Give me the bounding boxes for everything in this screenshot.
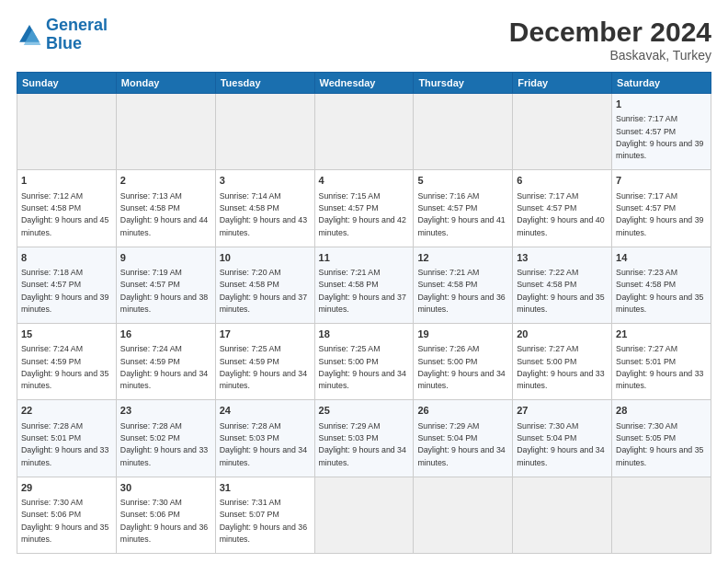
day-number: 13 — [517, 251, 608, 265]
day-info: Sunrise: 7:28 AMSunset: 5:02 PMDaylight:… — [120, 421, 208, 467]
logo-line1: General — [46, 16, 108, 34]
logo-icon — [17, 22, 42, 48]
day-number: 10 — [220, 251, 311, 265]
table-row: 25 Sunrise: 7:29 AMSunset: 5:03 PMDaylig… — [314, 400, 414, 477]
table-row: 24 Sunrise: 7:28 AMSunset: 5:03 PMDaylig… — [215, 400, 314, 477]
day-number: 19 — [417, 327, 508, 341]
table-row — [513, 477, 612, 553]
table-row: 23 Sunrise: 7:28 AMSunset: 5:02 PMDaylig… — [116, 400, 215, 477]
day-info: Sunrise: 7:18 AMSunset: 4:57 PMDaylight:… — [21, 268, 108, 314]
col-tuesday: Tuesday — [215, 73, 314, 94]
day-info: Sunrise: 7:21 AMSunset: 4:58 PMDaylight:… — [417, 268, 505, 314]
day-number: 1 — [21, 174, 112, 188]
day-number: 2 — [120, 174, 211, 188]
day-info: Sunrise: 7:23 AMSunset: 4:58 PMDaylight:… — [616, 268, 703, 314]
table-row: 29 Sunrise: 7:30 AMSunset: 5:06 PMDaylig… — [17, 477, 117, 553]
table-row — [215, 94, 314, 170]
day-info: Sunrise: 7:21 AMSunset: 4:58 PMDaylight:… — [319, 268, 406, 314]
col-friday: Friday — [513, 73, 612, 94]
day-number: 29 — [21, 481, 112, 495]
table-row: 31 Sunrise: 7:31 AMSunset: 5:07 PMDaylig… — [215, 477, 314, 553]
table-row: 22 Sunrise: 7:28 AMSunset: 5:01 PMDaylig… — [17, 400, 117, 477]
table-row: 8 Sunrise: 7:18 AMSunset: 4:57 PMDayligh… — [17, 247, 117, 323]
day-number: 23 — [120, 404, 211, 418]
table-row: 9 Sunrise: 7:19 AMSunset: 4:57 PMDayligh… — [116, 247, 215, 323]
day-number: 21 — [616, 327, 707, 341]
table-row: 10 Sunrise: 7:20 AMSunset: 4:58 PMDaylig… — [215, 247, 314, 323]
day-number: 31 — [220, 481, 311, 495]
calendar-subtitle: Baskavak, Turkey — [509, 48, 711, 63]
day-info: Sunrise: 7:28 AMSunset: 5:01 PMDaylight:… — [21, 421, 108, 467]
table-row: 26 Sunrise: 7:29 AMSunset: 5:04 PMDaylig… — [414, 400, 513, 477]
day-info: Sunrise: 7:25 AMSunset: 4:59 PMDaylight:… — [220, 344, 307, 390]
day-info: Sunrise: 7:17 AMSunset: 4:57 PMDaylight:… — [616, 191, 703, 237]
day-info: Sunrise: 7:15 AMSunset: 4:57 PMDaylight:… — [319, 191, 406, 237]
day-info: Sunrise: 7:13 AMSunset: 4:58 PMDaylight:… — [120, 191, 208, 237]
table-row: 12 Sunrise: 7:21 AMSunset: 4:58 PMDaylig… — [414, 247, 513, 323]
day-number: 25 — [319, 404, 410, 418]
table-row — [414, 477, 513, 553]
day-info: Sunrise: 7:24 AMSunset: 4:59 PMDaylight:… — [120, 344, 208, 390]
day-info: Sunrise: 7:17 AMSunset: 4:57 PMDaylight:… — [616, 114, 703, 160]
table-row: 13 Sunrise: 7:22 AMSunset: 4:58 PMDaylig… — [513, 247, 612, 323]
day-info: Sunrise: 7:25 AMSunset: 5:00 PMDaylight:… — [319, 344, 406, 390]
table-row: 19 Sunrise: 7:26 AMSunset: 5:00 PMDaylig… — [414, 323, 513, 399]
day-info: Sunrise: 7:28 AMSunset: 5:03 PMDaylight:… — [220, 421, 307, 467]
day-info: Sunrise: 7:29 AMSunset: 5:04 PMDaylight:… — [417, 421, 505, 467]
table-row — [314, 94, 414, 170]
day-number: 7 — [616, 174, 707, 188]
day-info: Sunrise: 7:26 AMSunset: 5:00 PMDaylight:… — [417, 344, 505, 390]
table-row — [612, 477, 711, 553]
day-info: Sunrise: 7:22 AMSunset: 4:58 PMDaylight:… — [517, 268, 604, 314]
day-info: Sunrise: 7:29 AMSunset: 5:03 PMDaylight:… — [319, 421, 406, 467]
col-monday: Monday — [116, 73, 215, 94]
day-number: 1 — [616, 98, 707, 111]
col-wednesday: Wednesday — [314, 73, 414, 94]
table-row: 15 Sunrise: 7:24 AMSunset: 4:59 PMDaylig… — [17, 323, 117, 399]
table-row: 5 Sunrise: 7:16 AMSunset: 4:57 PMDayligh… — [414, 170, 513, 247]
table-row: 21 Sunrise: 7:27 AMSunset: 5:01 PMDaylig… — [612, 323, 711, 399]
calendar-week-row: 22 Sunrise: 7:28 AMSunset: 5:01 PMDaylig… — [17, 400, 711, 477]
day-info: Sunrise: 7:30 AMSunset: 5:05 PMDaylight:… — [616, 421, 703, 467]
table-row: 4 Sunrise: 7:15 AMSunset: 4:57 PMDayligh… — [314, 170, 414, 247]
title-block: December 2024 Baskavak, Turkey — [509, 17, 711, 63]
calendar-week-row: 8 Sunrise: 7:18 AMSunset: 4:57 PMDayligh… — [17, 247, 711, 323]
table-row: 1 Sunrise: 7:17 AMSunset: 4:57 PMDayligh… — [612, 94, 711, 170]
day-info: Sunrise: 7:12 AMSunset: 4:58 PMDaylight:… — [21, 191, 108, 237]
page: General Blue December 2024 Baskavak, Tur… — [0, 0, 728, 563]
table-row — [314, 477, 414, 553]
table-row: 16 Sunrise: 7:24 AMSunset: 4:59 PMDaylig… — [116, 323, 215, 399]
day-info: Sunrise: 7:17 AMSunset: 4:57 PMDaylight:… — [517, 191, 604, 237]
logo: General Blue — [17, 17, 108, 53]
day-number: 4 — [319, 174, 410, 188]
day-info: Sunrise: 7:27 AMSunset: 5:00 PMDaylight:… — [517, 344, 604, 390]
table-row: 30 Sunrise: 7:30 AMSunset: 5:06 PMDaylig… — [116, 477, 215, 553]
col-sunday: Sunday — [17, 73, 117, 94]
day-number: 15 — [21, 327, 112, 341]
day-number: 28 — [616, 404, 707, 418]
day-number: 5 — [417, 174, 508, 188]
table-row: 27 Sunrise: 7:30 AMSunset: 5:04 PMDaylig… — [513, 400, 612, 477]
col-thursday: Thursday — [414, 73, 513, 94]
table-row: 17 Sunrise: 7:25 AMSunset: 4:59 PMDaylig… — [215, 323, 314, 399]
day-number: 24 — [220, 404, 311, 418]
table-row — [414, 94, 513, 170]
table-row: 6 Sunrise: 7:17 AMSunset: 4:57 PMDayligh… — [513, 170, 612, 247]
day-info: Sunrise: 7:19 AMSunset: 4:57 PMDaylight:… — [120, 268, 208, 314]
day-info: Sunrise: 7:30 AMSunset: 5:06 PMDaylight:… — [120, 498, 208, 544]
calendar-week-row: 15 Sunrise: 7:24 AMSunset: 4:59 PMDaylig… — [17, 323, 711, 399]
day-number: 30 — [120, 481, 211, 495]
table-row: 7 Sunrise: 7:17 AMSunset: 4:57 PMDayligh… — [612, 170, 711, 247]
table-row — [513, 94, 612, 170]
calendar-week-row: 1 Sunrise: 7:17 AMSunset: 4:57 PMDayligh… — [17, 94, 711, 170]
day-info: Sunrise: 7:30 AMSunset: 5:06 PMDaylight:… — [21, 498, 108, 544]
day-number: 27 — [517, 404, 608, 418]
calendar-week-row: 1 Sunrise: 7:12 AMSunset: 4:58 PMDayligh… — [17, 170, 711, 247]
day-number: 20 — [517, 327, 608, 341]
day-number: 22 — [21, 404, 112, 418]
day-number: 16 — [120, 327, 211, 341]
header: General Blue December 2024 Baskavak, Tur… — [17, 17, 711, 63]
table-row: 28 Sunrise: 7:30 AMSunset: 5:05 PMDaylig… — [612, 400, 711, 477]
day-info: Sunrise: 7:30 AMSunset: 5:04 PMDaylight:… — [517, 421, 604, 467]
calendar-title: December 2024 — [509, 17, 711, 48]
